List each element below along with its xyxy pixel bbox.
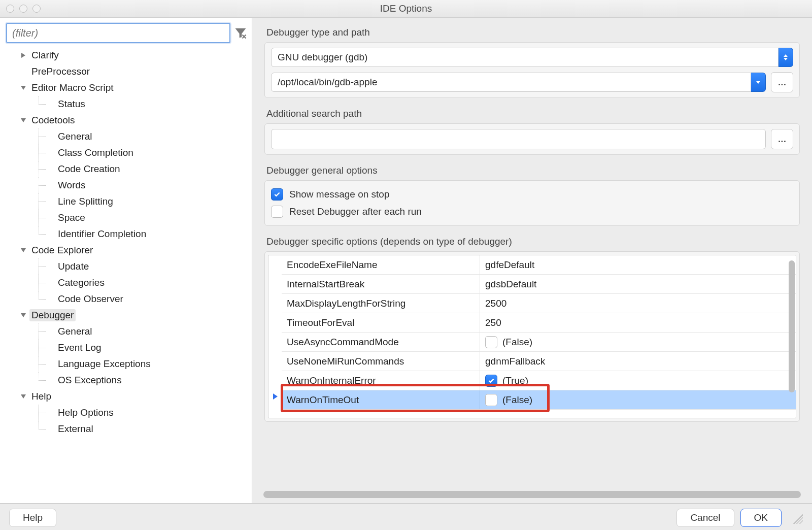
dropdown-icon xyxy=(751,73,766,92)
section-title-specific: Debugger specific options (depends on ty… xyxy=(266,236,800,247)
clear-filter-icon[interactable] xyxy=(233,26,248,40)
dropdown-icon xyxy=(779,48,793,67)
property-row[interactable]: TimeoutForEval250 xyxy=(282,313,796,333)
tree-item-preprocessor[interactable]: PreProcessor xyxy=(19,63,252,80)
section-title-general: Debugger general options xyxy=(266,165,800,176)
debugger-type-value: GNU debugger (gdb) xyxy=(271,48,779,67)
debugger-properties-grid[interactable]: EncodeExeFileNamegdfeDefaultInternalStar… xyxy=(268,255,796,418)
tree-item-ct-general[interactable]: General xyxy=(46,128,252,145)
debugger-type-select[interactable]: GNU debugger (gdb) xyxy=(271,48,793,67)
section-title-search-path: Additional search path xyxy=(266,108,800,119)
reset-debugger-checkbox[interactable]: Reset Debugger after each run xyxy=(271,203,793,220)
property-name: MaxDisplayLengthForString xyxy=(282,294,480,313)
debugger-path-value: /opt/local/bin/gdb-apple xyxy=(271,73,751,92)
property-value[interactable]: (False) xyxy=(480,333,796,351)
ok-button[interactable]: OK xyxy=(740,509,782,527)
filter-input[interactable] xyxy=(6,23,230,43)
property-row[interactable]: MaxDisplayLengthForString2500 xyxy=(282,294,796,313)
tree-item-editor-macro-script[interactable]: Editor Macro Script xyxy=(19,80,252,96)
property-value[interactable]: 2500 xyxy=(480,294,796,313)
options-tree[interactable]: Clarify PreProcessor Editor Macro Script xyxy=(0,47,252,503)
tree-item-help[interactable]: Help xyxy=(19,388,252,405)
main-panel: Debugger type and path GNU debugger (gdb… xyxy=(252,18,812,503)
tree-item-help-external[interactable]: External xyxy=(46,421,252,437)
show-message-on-stop-checkbox[interactable]: Show message on stop xyxy=(271,186,793,203)
chevron-down-icon xyxy=(21,394,26,399)
checkbox-icon xyxy=(485,336,497,348)
titlebar: IDE Options xyxy=(0,0,812,18)
property-value[interactable]: gdnmFallback xyxy=(480,352,796,371)
tree-item-ct-line-splitting[interactable]: Line Splitting xyxy=(46,193,252,210)
tree-item-dbg-event-log[interactable]: Event Log xyxy=(46,340,252,356)
tree-item-ct-identifier-completion[interactable]: Identifier Completion xyxy=(46,226,252,242)
section-type-path: GNU debugger (gdb) /opt/local/bin/gdb-ap… xyxy=(264,42,800,98)
vertical-scrollbar[interactable] xyxy=(789,257,795,416)
tree-item-codetools[interactable]: Codetools xyxy=(19,112,252,128)
resize-grip-icon[interactable] xyxy=(791,512,803,524)
property-name: UseNoneMiRunCommands xyxy=(282,352,480,371)
property-name: UseAsyncCommandMode xyxy=(282,333,480,351)
search-path-input[interactable] xyxy=(271,129,766,149)
tree-item-ct-words[interactable]: Words xyxy=(46,177,252,193)
tree-item-dbg-language-exceptions[interactable]: Language Exceptions xyxy=(46,356,252,372)
property-name: InternalStartBreak xyxy=(282,275,480,293)
row-pointer-icon xyxy=(270,387,280,406)
chevron-down-icon xyxy=(21,248,26,252)
property-row[interactable]: UseAsyncCommandMode(False) xyxy=(282,333,796,352)
chevron-right-icon xyxy=(21,53,25,58)
tree-item-ce-update[interactable]: Update xyxy=(46,258,252,275)
checkbox-icon xyxy=(271,188,283,201)
cancel-button[interactable]: Cancel xyxy=(676,509,734,527)
chevron-down-icon xyxy=(21,313,26,317)
tree-item-ce-categories[interactable]: Categories xyxy=(46,275,252,291)
section-search-path: ... xyxy=(264,123,800,155)
footer: Help Cancel OK xyxy=(0,504,812,530)
property-row[interactable]: InternalStartBreakgdsbDefault xyxy=(282,275,796,294)
property-name: WarnOnInternalError xyxy=(282,371,480,390)
tree-item-status[interactable]: Status xyxy=(46,96,252,112)
property-row[interactable]: EncodeExeFileNamegdfeDefault xyxy=(282,255,796,275)
help-button[interactable]: Help xyxy=(9,509,56,527)
property-value[interactable]: 250 xyxy=(480,313,796,332)
tree-item-ce-code-observer[interactable]: Code Observer xyxy=(46,291,252,307)
property-name: TimeoutForEval xyxy=(282,313,480,332)
checkbox-label: Show message on stop xyxy=(289,189,390,200)
chevron-down-icon xyxy=(21,118,26,122)
browse-path-button[interactable]: ... xyxy=(771,72,793,92)
tree-item-debugger[interactable]: Debugger xyxy=(19,307,252,323)
section-title-type-path: Debugger type and path xyxy=(266,27,800,38)
sidebar: Clarify PreProcessor Editor Macro Script xyxy=(0,18,252,503)
tree-item-code-explorer[interactable]: Code Explorer xyxy=(19,242,252,258)
property-name: WarnOnTimeOut xyxy=(282,390,480,409)
tree-item-ct-class-completion[interactable]: Class Completion xyxy=(46,145,252,161)
browse-search-path-button[interactable]: ... xyxy=(771,129,793,149)
property-row[interactable]: WarnOnInternalError(True) xyxy=(282,371,796,390)
checkbox-label: Reset Debugger after each run xyxy=(289,206,422,217)
tree-item-dbg-os-exceptions[interactable]: OS Exceptions xyxy=(46,372,252,388)
tree-item-ct-code-creation[interactable]: Code Creation xyxy=(46,161,252,177)
section-general: Show message on stop Reset Debugger afte… xyxy=(264,180,800,226)
checkbox-icon xyxy=(271,206,283,218)
property-value[interactable]: (False) xyxy=(480,390,796,409)
property-value[interactable]: gdsbDefault xyxy=(480,275,796,293)
tree-item-ct-space[interactable]: Space xyxy=(46,210,252,226)
property-value[interactable]: gdfeDefault xyxy=(480,255,796,274)
debugger-path-select[interactable]: /opt/local/bin/gdb-apple xyxy=(271,73,766,92)
tree-item-dbg-general[interactable]: General xyxy=(46,323,252,340)
section-specific: EncodeExeFileNamegdfeDefaultInternalStar… xyxy=(264,251,800,422)
property-name: EncodeExeFileName xyxy=(282,255,480,274)
window-title: IDE Options xyxy=(0,3,812,14)
horizontal-scrollbar[interactable] xyxy=(263,491,801,498)
property-value[interactable]: (True) xyxy=(480,371,796,390)
tree-item-help-options[interactable]: Help Options xyxy=(46,405,252,421)
property-row[interactable]: WarnOnTimeOut(False) xyxy=(282,390,796,410)
chevron-down-icon xyxy=(21,86,26,90)
property-row[interactable]: UseNoneMiRunCommandsgdnmFallback xyxy=(282,352,796,371)
checkbox-icon xyxy=(485,375,497,387)
checkbox-icon xyxy=(485,394,497,406)
tree-item-clarify[interactable]: Clarify xyxy=(19,47,252,63)
